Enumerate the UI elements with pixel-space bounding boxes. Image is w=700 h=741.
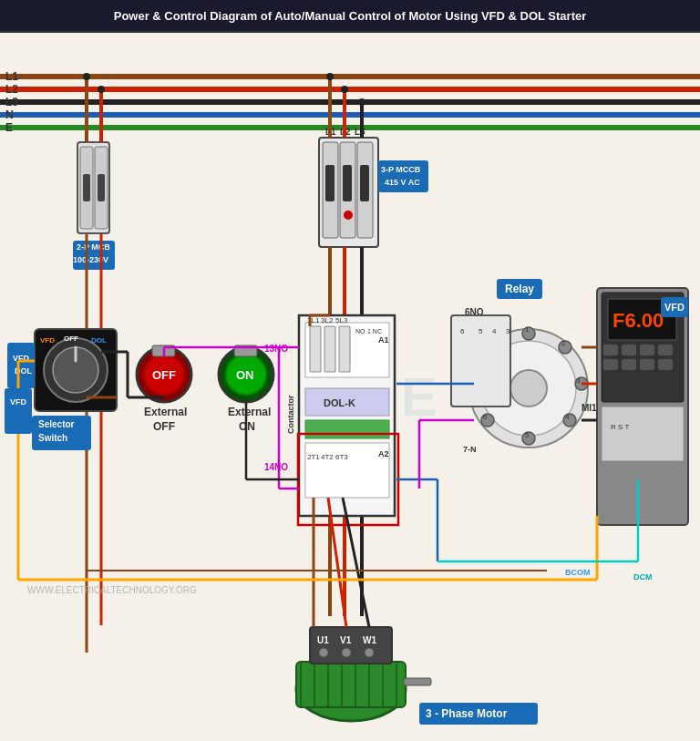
diagram-container: Power & Control Diagram of Auto/Manual C… — [0, 0, 700, 741]
svg-rect-143 — [296, 662, 406, 707]
svg-rect-80 — [7, 343, 35, 388]
svg-text:OFF: OFF — [153, 420, 175, 433]
svg-point-100 — [510, 370, 547, 407]
svg-rect-63 — [305, 420, 389, 438]
svg-point-36 — [326, 73, 334, 80]
svg-rect-153 — [310, 627, 392, 664]
svg-text:3L2: 3L2 — [321, 316, 334, 324]
svg-point-158 — [342, 648, 351, 657]
svg-text:DCM: DCM — [633, 572, 653, 581]
svg-rect-54 — [339, 326, 350, 372]
svg-text:E: E — [401, 366, 438, 427]
svg-rect-29 — [343, 165, 352, 201]
svg-text:External: External — [144, 406, 187, 418]
svg-text:L3: L3 — [5, 96, 18, 108]
svg-text:4: 4 — [492, 327, 497, 335]
svg-text:Contactor: Contactor — [286, 395, 295, 434]
svg-text:Relay: Relay — [505, 283, 534, 295]
svg-rect-132 — [658, 345, 673, 355]
svg-text:5: 5 — [525, 431, 530, 439]
svg-text:W1: W1 — [363, 635, 376, 645]
svg-point-159 — [365, 648, 374, 657]
svg-text:MI1: MI1 — [582, 403, 597, 413]
svg-text:7-N: 7-N — [463, 445, 477, 454]
svg-rect-135 — [640, 359, 654, 370]
svg-point-157 — [319, 648, 328, 657]
svg-point-40 — [358, 98, 365, 106]
svg-point-31 — [344, 211, 353, 220]
svg-text:6: 6 — [460, 327, 465, 335]
title-bar: Power & Control Diagram of Auto/Manual C… — [0, 0, 700, 33]
svg-text:A1: A1 — [378, 335, 389, 345]
svg-text:6: 6 — [483, 413, 488, 421]
svg-text:U1: U1 — [317, 635, 329, 645]
svg-rect-30 — [360, 165, 369, 201]
svg-text:OFF: OFF — [64, 334, 78, 343]
svg-text:3: 3 — [506, 327, 510, 335]
svg-text:5L3: 5L3 — [335, 316, 348, 324]
svg-rect-52 — [310, 326, 321, 372]
svg-point-19 — [83, 73, 90, 80]
svg-text:L2: L2 — [5, 83, 18, 96]
svg-rect-129 — [603, 345, 618, 355]
svg-text:2-P MCB: 2-P MCB — [77, 242, 110, 252]
svg-text:5: 5 — [479, 327, 483, 335]
svg-text:R  S  T: R S T — [611, 423, 629, 431]
svg-text:14NO: 14NO — [264, 462, 288, 472]
svg-text:VFD: VFD — [10, 397, 27, 407]
svg-rect-64 — [305, 443, 389, 498]
svg-text:WWW.ELECTRICALTECHNOLOGY.ORG: WWW.ELECTRICALTECHNOLOGY.ORG — [27, 585, 197, 595]
svg-text:VFD: VFD — [664, 302, 685, 313]
svg-text:DOL-K: DOL-K — [324, 397, 355, 408]
svg-rect-152 — [404, 678, 431, 685]
svg-text:Selector: Selector — [38, 419, 75, 429]
svg-rect-134 — [622, 359, 636, 370]
svg-text:External: External — [228, 406, 271, 418]
title-text: Power & Control Diagram of Auto/Manual C… — [114, 9, 587, 23]
svg-text:2: 2 — [561, 339, 566, 347]
svg-text:1: 1 — [525, 325, 530, 334]
svg-text:13NO: 13NO — [264, 344, 288, 354]
svg-text:3 - Phase Motor: 3 - Phase Motor — [426, 707, 508, 720]
svg-text:E: E — [5, 121, 13, 134]
svg-text:4T2: 4T2 — [321, 453, 334, 461]
svg-text:ON: ON — [236, 368, 254, 382]
diagram-area: L1 L2 L3 N E 2-P MCB 100-230V — [0, 33, 700, 741]
svg-rect-28 — [325, 165, 335, 201]
svg-text:415 V AC: 415 V AC — [385, 178, 420, 187]
svg-text:1 NC: 1 NC — [367, 328, 382, 334]
svg-text:DOL: DOL — [91, 336, 107, 345]
svg-rect-133 — [603, 359, 618, 370]
svg-rect-13 — [83, 174, 90, 201]
wiring-diagram: L1 L2 L3 N E 2-P MCB 100-230V — [0, 33, 700, 741]
svg-text:BCOM: BCOM — [565, 568, 591, 577]
svg-rect-198 — [5, 388, 32, 434]
svg-rect-53 — [324, 326, 335, 372]
svg-text:2T1: 2T1 — [307, 453, 320, 461]
svg-text:L1: L1 — [5, 70, 18, 83]
svg-text:6T3: 6T3 — [335, 453, 348, 461]
svg-point-21 — [98, 86, 105, 93]
svg-point-38 — [341, 86, 348, 93]
svg-text:V1: V1 — [340, 635, 352, 645]
svg-rect-14 — [98, 174, 105, 201]
svg-text:A2: A2 — [378, 449, 389, 458]
svg-text:Switch: Switch — [38, 433, 67, 443]
svg-rect-136 — [658, 359, 673, 370]
svg-text:100-230V: 100-230V — [73, 255, 108, 264]
svg-text:N: N — [5, 108, 14, 121]
svg-text:VFD: VFD — [40, 336, 55, 345]
svg-text:4: 4 — [565, 413, 570, 421]
svg-text:3: 3 — [576, 376, 581, 385]
svg-text:F6.00: F6.00 — [612, 309, 664, 332]
svg-line-166 — [343, 498, 369, 627]
svg-text:NO: NO — [355, 328, 365, 334]
svg-rect-137 — [602, 407, 684, 461]
svg-rect-131 — [640, 345, 654, 355]
svg-rect-130 — [622, 345, 636, 355]
svg-text:3-P MCCB: 3-P MCCB — [381, 165, 421, 174]
svg-text:OFF: OFF — [152, 368, 176, 382]
